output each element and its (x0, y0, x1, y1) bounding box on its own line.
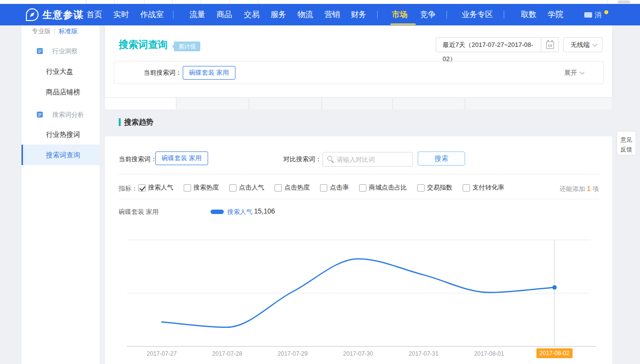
nav-item-market-active[interactable]: 市场 (392, 4, 407, 25)
metrics-list: 搜索人气搜索热度点击人气点击热度点击率商城点击占比交易指数支付转化率 (138, 183, 504, 192)
nav-item-finance[interactable]: 财务 (351, 4, 366, 25)
current-search-filter-box: 当前搜索词： 碗碟套装 家用 展开 (114, 61, 604, 84)
metric-checkbox-5[interactable]: 商城点击占比 (359, 183, 407, 192)
checkbox-checked-icon (138, 184, 146, 192)
x-axis-label: 2017-07-28 (205, 350, 249, 357)
nav-item-service[interactable]: 服务 (271, 4, 286, 25)
x-axis-label: 2017-07-29 (271, 350, 315, 357)
feedback-button[interactable]: 意见 反馈 (617, 131, 636, 155)
metric-tab[interactable] (105, 98, 176, 109)
checkbox-icon (275, 184, 282, 192)
metric-tab[interactable] (392, 98, 465, 109)
compass-logo-icon (26, 8, 39, 21)
envelope-icon (584, 12, 592, 18)
sidebar-group-industry-insight: 行业洞察 (37, 47, 78, 56)
current-search-term-tag[interactable]: 碗碟套装 家用 (155, 151, 208, 165)
legend-term: 碗碟套装 家用 (119, 208, 159, 216)
date-range-button[interactable]: 最近7天（2017-07-27~2017-08-02） (436, 37, 541, 52)
calendar-button[interactable]: 15 (541, 37, 559, 52)
sidebar: 专业版 | 标准版 行业洞察 行业大盘 商品店铺榜 搜索词分析 行业热搜词 搜索… (21, 25, 100, 364)
search-icon (327, 156, 332, 161)
x-axis-label: 2017-07-27 (140, 350, 184, 357)
page-title: 搜索词查询 (119, 38, 168, 51)
brand-title[interactable]: 生意参谋 (43, 4, 84, 25)
checkbox-icon (229, 184, 236, 192)
chevron-down-icon (580, 70, 585, 75)
metric-tab[interactable] (465, 98, 612, 109)
compare-search-input[interactable] (322, 152, 413, 167)
metric-checkbox-3[interactable]: 点击热度 (275, 183, 310, 192)
metric-tab[interactable] (249, 98, 321, 109)
metrics-row: 指标： 搜索人气搜索热度点击人气点击热度点击率商城点击占比交易指数支付转化率 还… (119, 183, 599, 192)
current-search-label: 当前搜索词： (144, 62, 182, 84)
checkbox-icon (320, 184, 327, 192)
nav-item-business-zone[interactable]: 业务专区 (462, 4, 493, 25)
nav-item-traffic[interactable]: 流量 (190, 4, 205, 25)
metrics-label: 指标： (119, 184, 138, 193)
nav-item-competition[interactable]: 竞争 (420, 4, 436, 25)
nav-divider (504, 11, 504, 19)
metric-tab-strip (105, 98, 612, 109)
search-button[interactable]: 搜索 (418, 151, 465, 166)
calendar-icon: 15 (546, 42, 554, 49)
remaining-count: 1 (587, 184, 591, 193)
checkbox-icon (359, 184, 366, 192)
current-search-label: 当前搜索词： (119, 155, 157, 164)
metric-checkbox-7[interactable]: 支付转化率 (463, 183, 504, 192)
feedback-line: 意见 (617, 135, 636, 145)
nav-divider (377, 11, 378, 19)
x-axis-label: 2017-07-31 (402, 350, 446, 357)
checkbox-icon (463, 184, 470, 192)
metric-checkbox-1[interactable]: 搜索热度 (184, 183, 219, 192)
report-icon (37, 111, 43, 118)
sidebar-item-goods-shop-rank[interactable]: 商品店铺榜 (46, 88, 80, 97)
sidebar-item-industry-hot-words[interactable]: 行业热搜词 (46, 130, 80, 139)
unread-dot (604, 10, 608, 14)
terminal-dropdown[interactable]: 无线端 (563, 37, 602, 52)
nav-item-realtime[interactable]: 实时 (113, 4, 129, 25)
metric-checkbox-0[interactable]: 搜索人气 (138, 183, 173, 192)
search-trend-card: 当前搜索词： 碗碟套装 家用 对比搜索词： 搜索 指标： 搜索人气搜索热度点击人… (105, 136, 612, 364)
version-tab-standard[interactable]: 标准版 (59, 26, 78, 36)
remaining-quota-text: 还能添加 1 项 (559, 184, 599, 193)
scrollbar-thumb[interactable] (618, 0, 630, 3)
nav-item-marketing[interactable]: 营销 (324, 4, 340, 25)
nav-item-academy[interactable]: 学院 (548, 4, 563, 25)
version-tab-divider: | (54, 26, 55, 36)
nav-item-goods[interactable]: 商品 (216, 4, 232, 25)
nav-item-warroom[interactable]: 作战室 (140, 4, 164, 25)
expand-button[interactable]: 展开 (564, 62, 584, 84)
metric-checkbox-6[interactable]: 交易指数 (417, 183, 452, 192)
legend-series-name[interactable]: 搜索人气 (227, 208, 253, 216)
screen: 生意参谋 首页 实时 作战室 流量 商品 交易 服务 物流 营销 财务 市场 竞… (0, 0, 640, 364)
metric-checkbox-2[interactable]: 点击人气 (229, 183, 264, 192)
current-search-term-tag[interactable]: 碗碟套装 家用 (183, 66, 235, 80)
metric-tab[interactable] (176, 98, 249, 109)
nav-divider (173, 11, 173, 19)
nav-item-trade[interactable]: 交易 (244, 4, 259, 25)
checkbox-icon (417, 184, 425, 192)
metric-tab[interactable] (321, 98, 392, 109)
nav-item-home[interactable]: 首页 (86, 4, 102, 25)
trend-line-chart[interactable]: 2017-07-27 2017-07-28 2017-07-29 2017-07… (105, 235, 612, 364)
marked-data-point (553, 285, 557, 290)
metric-checkbox-4[interactable]: 点击率 (320, 183, 349, 192)
messages-label: 消息 (595, 4, 601, 25)
nav-item-data-fetch[interactable]: 取数 (521, 4, 536, 25)
chevron-down-icon (593, 42, 597, 47)
nav-divider (447, 11, 447, 19)
version-tab-pro[interactable]: 专业版 (32, 26, 51, 36)
sidebar-item-industry-dashboard[interactable]: 行业大盘 (46, 67, 73, 76)
cumulative-value-badge: 累计值 (174, 42, 200, 51)
sidebar-item-search-word-query-active[interactable]: 搜索词查询 (21, 145, 100, 165)
x-axis-label: 2017-08-01 (467, 350, 511, 357)
top-edge-strip (0, 0, 640, 4)
nav-item-logistics[interactable]: 物流 (298, 4, 313, 25)
x-axis-label-highlighted: 2017-08-02 (533, 348, 576, 358)
legend-series-value: 15,106 (254, 207, 275, 215)
active-nav-underline (390, 23, 416, 25)
terminal-value: 无线端 (571, 41, 590, 48)
chart-legend: 碗碟套装 家用 搜索人气 15,106 (119, 207, 599, 216)
top-nav: 生意参谋 首页 实时 作战室 流量 商品 交易 服务 物流 营销 财务 市场 竞… (0, 4, 640, 25)
dotted-separator (119, 174, 599, 174)
